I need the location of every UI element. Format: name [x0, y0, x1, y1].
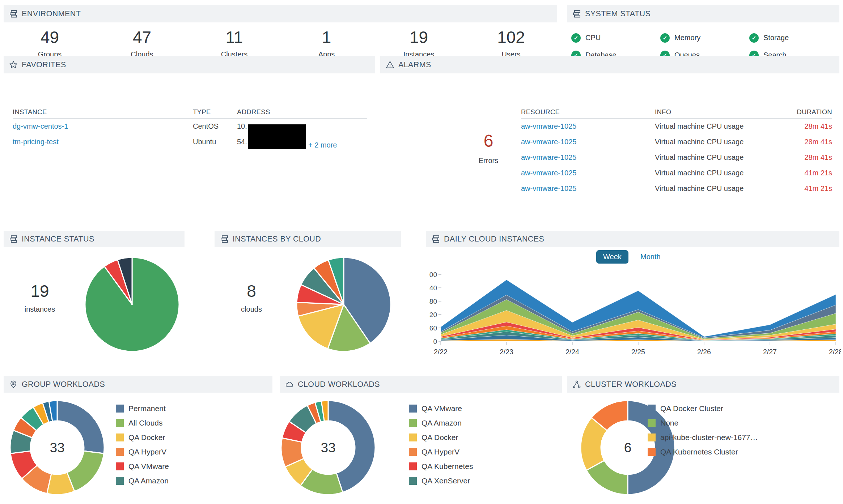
- alarms-error-summary: 6 Errors: [452, 131, 525, 165]
- legend-item[interactable]: All Clouds: [116, 416, 169, 430]
- legend-swatch: [116, 419, 124, 427]
- legend-swatch: [648, 405, 656, 413]
- alarm-info: Virtual machine CPU usage: [655, 153, 778, 162]
- legend-swatch: [116, 405, 124, 413]
- svg-text:800: 800: [429, 271, 437, 278]
- svg-text:2/26: 2/26: [697, 348, 711, 356]
- svg-text:640: 640: [429, 284, 437, 292]
- list-icon: [431, 235, 440, 243]
- svg-text:480: 480: [429, 298, 437, 305]
- check-circle-icon: ✓: [660, 33, 670, 43]
- cloud-workloads-panel-header: CLOUD WORKLOADS: [280, 376, 562, 393]
- daily-cloud-instances-panel-header: DAILY CLOUD INSTANCES: [426, 231, 839, 247]
- legend-swatch: [409, 419, 417, 427]
- stat-clusters: 11 Clusters: [188, 28, 280, 59]
- map-pin-icon: [9, 380, 18, 389]
- cluster-workloads-panel-header: CLUSTER WORKLOADS: [567, 376, 839, 393]
- daily-cloud-instances-area-chart: 01603204806408002/222/232/242/252/262/27…: [429, 268, 841, 359]
- resource-link[interactable]: aw-vmware-1025: [521, 184, 576, 192]
- cluster-nodes-icon: [572, 380, 581, 389]
- panel-title: CLUSTER WORKLOADS: [585, 380, 677, 389]
- legend-item[interactable]: QA Amazon: [116, 474, 169, 488]
- alarms-panel-header: ALARMS: [380, 56, 839, 73]
- svg-text:33: 33: [50, 440, 64, 455]
- dashboard: ENVIRONMENT 49 Groups 47 Clouds 11 Clust…: [0, 0, 843, 504]
- check-circle-icon: ✓: [571, 33, 581, 43]
- legend-swatch: [409, 462, 417, 470]
- panel-title: INSTANCE STATUS: [22, 235, 94, 244]
- stat-users: 102 Users: [465, 28, 557, 59]
- panel-title: INSTANCES BY CLOUD: [233, 235, 321, 244]
- legend-swatch: [648, 419, 656, 427]
- instance-status-count: 19 instances: [5, 281, 74, 313]
- list-icon: [220, 235, 229, 243]
- legend-item[interactable]: QA Docker: [409, 430, 473, 445]
- list-icon: [9, 9, 18, 18]
- panel-title: DAILY CLOUD INSTANCES: [444, 235, 544, 244]
- resource-link[interactable]: aw-vmware-1025: [521, 153, 576, 161]
- svg-text:320: 320: [429, 311, 437, 319]
- stat-instances: 19 Instances: [373, 28, 465, 59]
- resource-link[interactable]: aw-vmware-1025: [521, 122, 576, 130]
- group-workloads-donut-chart: 33: [7, 397, 108, 498]
- legend-item[interactable]: QA Amazon: [409, 416, 473, 430]
- svg-text:160: 160: [429, 324, 437, 332]
- svg-text:2/24: 2/24: [565, 348, 579, 356]
- svg-text:33: 33: [321, 440, 335, 455]
- legend-item[interactable]: QA HyperV: [409, 445, 473, 459]
- alarm-info: Virtual machine CPU usage: [655, 184, 778, 193]
- table-row: aw-vmware-1025 Virtual machine CPU usage…: [521, 165, 832, 181]
- instance-type: CentOS: [193, 122, 237, 131]
- legend-swatch: [116, 477, 124, 485]
- panel-title: CLOUD WORKLOADS: [298, 380, 380, 389]
- svg-text:2/27: 2/27: [763, 348, 777, 356]
- status-cpu: ✓ CPU: [571, 32, 660, 44]
- legend-item[interactable]: Permanent: [116, 401, 169, 416]
- instance-type: Ubuntu: [193, 138, 237, 146]
- warning-icon: [386, 60, 394, 69]
- panel-title: ALARMS: [398, 60, 431, 69]
- cluster-workloads-legend: QA Docker Cluster None api-kube-cluster-…: [648, 401, 758, 459]
- more-addresses-link[interactable]: + 2 more: [308, 141, 337, 149]
- group-workloads-legend: Permanent All Clouds QA Docker QA HyperV…: [116, 401, 169, 488]
- alarm-duration: 28m 41s: [778, 122, 832, 131]
- legend-swatch: [409, 477, 417, 485]
- instance-status-pie-chart: [81, 254, 183, 355]
- legend-swatch: [116, 433, 124, 441]
- status-memory: ✓ Memory: [660, 32, 749, 44]
- legend-swatch: [116, 462, 124, 470]
- instance-link[interactable]: tm-pricing-test: [13, 138, 59, 146]
- alarm-duration: 28m 41s: [778, 153, 832, 162]
- week-toggle-button[interactable]: Week: [596, 250, 628, 264]
- legend-item[interactable]: QA Docker: [116, 430, 169, 445]
- legend-item[interactable]: QA Kubernetes: [409, 459, 473, 474]
- cloud-workloads-legend: QA VMware QA Amazon QA Docker QA HyperV …: [409, 401, 473, 488]
- panel-title: GROUP WORKLOADS: [22, 380, 105, 389]
- legend-item[interactable]: QA VMware: [116, 459, 169, 474]
- favorites-table-header: INSTANCE TYPE ADDRESS: [13, 106, 367, 119]
- svg-text:2/25: 2/25: [631, 348, 645, 356]
- alarms-table: RESOURCE INFO DURATION aw-vmware-1025 Vi…: [521, 106, 832, 196]
- instance-status-panel-header: INSTANCE STATUS: [4, 231, 185, 247]
- legend-item[interactable]: QA Docker Cluster: [648, 401, 758, 416]
- legend-item[interactable]: QA VMware: [409, 401, 473, 416]
- legend-item[interactable]: None: [648, 416, 758, 430]
- status-storage: ✓ Storage: [749, 32, 838, 44]
- stat-groups: 49 Groups: [4, 28, 96, 59]
- table-row: aw-vmware-1025 Virtual machine CPU usage…: [521, 119, 832, 134]
- resource-link[interactable]: aw-vmware-1025: [521, 169, 576, 177]
- cloud-workloads-donut-chart: 33: [278, 397, 379, 498]
- month-toggle-button[interactable]: Month: [640, 253, 661, 261]
- legend-item[interactable]: QA XenServer: [409, 474, 473, 488]
- favorites-panel-header: FAVORITES: [4, 56, 375, 73]
- resource-link[interactable]: aw-vmware-1025: [521, 138, 576, 146]
- legend-item[interactable]: QA Kubernetes Cluster: [648, 445, 758, 459]
- legend-swatch: [409, 433, 417, 441]
- instances-by-cloud-count: 8 clouds: [217, 281, 286, 313]
- instance-link[interactable]: dg-vmw-centos-1: [13, 122, 68, 130]
- svg-text:2/23: 2/23: [500, 348, 513, 356]
- error-label: Errors: [452, 157, 525, 165]
- legend-item[interactable]: QA HyperV: [116, 445, 169, 459]
- legend-item[interactable]: api-kube-cluster-new-1677…: [648, 430, 758, 445]
- table-row: aw-vmware-1025 Virtual machine CPU usage…: [521, 134, 832, 150]
